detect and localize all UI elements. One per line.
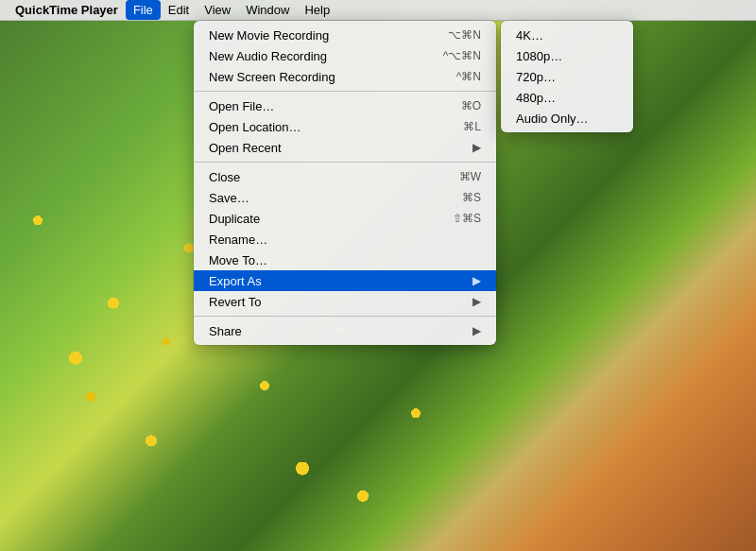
- menu-item-open-recent-label: Open Recent: [209, 141, 282, 155]
- file-menu: New Movie Recording ⌥⌘N New Audio Record…: [194, 21, 496, 345]
- submenu-item-audio-only[interactable]: Audio Only…: [501, 108, 633, 129]
- menu-item-new-screen-shortcut: ^⌘N: [456, 70, 481, 83]
- menubar-file[interactable]: File: [126, 0, 161, 20]
- menu-item-share-arrow: ▶: [472, 324, 481, 337]
- menu-item-duplicate-shortcut: ⇧⌘S: [453, 212, 481, 225]
- menu-item-open-recent-arrow: ▶: [472, 141, 481, 154]
- menu-item-open-location-label: Open Location…: [209, 120, 301, 134]
- menu-item-export-as-arrow: ▶: [472, 274, 481, 287]
- menubar-help[interactable]: Help: [297, 0, 337, 20]
- submenu-item-1080p[interactable]: 1080p…: [501, 45, 633, 66]
- menu-item-move-to-label: Move To…: [209, 253, 267, 267]
- menu-item-rename-label: Rename…: [209, 232, 267, 247]
- menu-item-share[interactable]: Share ▶: [194, 320, 496, 341]
- menu-item-share-label: Share: [209, 324, 242, 338]
- menu-item-save[interactable]: Save… ⌘S: [194, 187, 496, 208]
- menu-item-close-shortcut: ⌘W: [459, 170, 481, 183]
- menu-item-revert-to-label: Revert To: [209, 295, 261, 309]
- menu-item-open-location[interactable]: Open Location… ⌘L: [194, 116, 496, 137]
- menu-item-open-file-shortcut: ⌘O: [461, 99, 481, 112]
- menu-item-new-movie-shortcut: ⌥⌘N: [448, 28, 481, 42]
- menubar-window[interactable]: Window: [238, 0, 297, 20]
- menu-item-duplicate[interactable]: Duplicate ⇧⌘S: [194, 208, 496, 229]
- menu-item-new-screen-label: New Screen Recording: [209, 70, 335, 84]
- separator-3: [194, 316, 496, 317]
- menu-item-new-audio-shortcut: ^⌥⌘N: [443, 49, 481, 62]
- menu-item-new-movie-label: New Movie Recording: [209, 28, 329, 43]
- submenu-item-720p[interactable]: 720p…: [501, 66, 633, 87]
- menubar-app-name[interactable]: QuickTime Player: [8, 0, 126, 20]
- menu-item-new-screen[interactable]: New Screen Recording ^⌘N: [194, 66, 496, 87]
- export-submenu: 4K… 1080p… 720p… 480p… Audio Only…: [501, 21, 633, 132]
- menu-item-export-as-label: Export As: [209, 274, 262, 288]
- separator-1: [194, 91, 496, 92]
- menu-item-open-location-shortcut: ⌘L: [463, 120, 481, 133]
- menu-item-revert-to[interactable]: Revert To ▶: [194, 291, 496, 312]
- menu-item-save-label: Save…: [209, 191, 249, 205]
- menu-item-move-to[interactable]: Move To…: [194, 250, 496, 270]
- menu-item-save-shortcut: ⌘S: [462, 191, 481, 204]
- menu-item-open-file-label: Open File…: [209, 99, 274, 113]
- menu-item-rename[interactable]: Rename…: [194, 229, 496, 250]
- submenu-item-480p[interactable]: 480p…: [501, 87, 633, 108]
- separator-2: [194, 162, 496, 163]
- menubar: QuickTime Player File Edit View Window H…: [0, 0, 756, 21]
- menubar-edit[interactable]: Edit: [161, 0, 197, 20]
- submenu-item-4k[interactable]: 4K…: [501, 25, 633, 45]
- menu-item-duplicate-label: Duplicate: [209, 212, 260, 226]
- menu-item-export-as[interactable]: Export As ▶: [194, 270, 496, 291]
- menubar-view[interactable]: View: [197, 0, 238, 20]
- menu-item-new-movie[interactable]: New Movie Recording ⌥⌘N: [194, 25, 496, 45]
- menu-item-new-audio-label: New Audio Recording: [209, 49, 327, 63]
- menu-item-new-audio[interactable]: New Audio Recording ^⌥⌘N: [194, 45, 496, 66]
- menu-item-close[interactable]: Close ⌘W: [194, 166, 496, 187]
- menu-item-close-label: Close: [209, 170, 240, 184]
- menu-item-revert-to-arrow: ▶: [472, 295, 481, 308]
- menu-item-open-recent[interactable]: Open Recent ▶: [194, 137, 496, 158]
- menu-item-open-file[interactable]: Open File… ⌘O: [194, 95, 496, 116]
